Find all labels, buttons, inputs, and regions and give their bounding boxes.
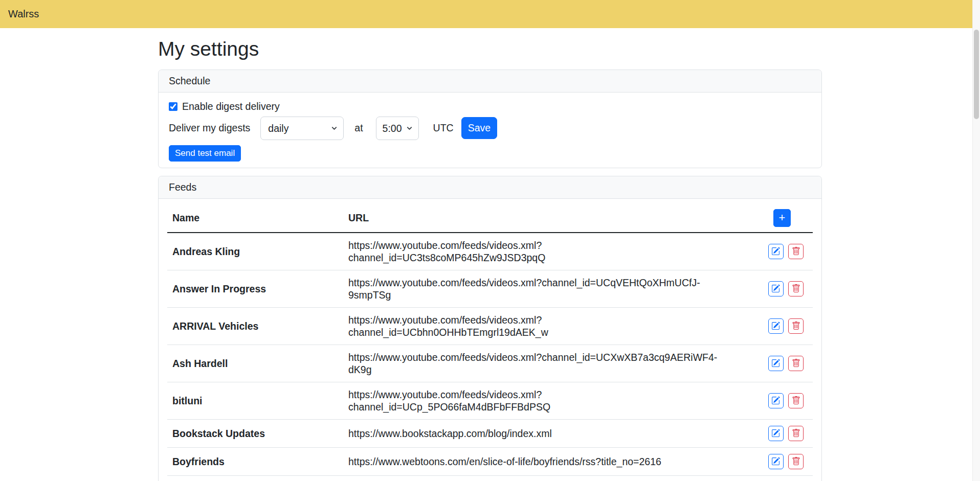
feed-url: https://www.webtoons.com/en/slice-of-lif… [343,447,732,475]
feed-name: bitluni [167,382,343,419]
save-button[interactable]: Save [461,117,497,139]
scrollbar-thumb[interactable] [974,30,979,119]
trash-icon [792,284,800,293]
feed-name: ARRIVAL Vehicles [167,307,343,345]
deliver-row: Deliver my digests daily at 5:00 UTC Sav… [169,117,811,140]
table-row: Ash Hardell https://www.youtube.com/feed… [167,345,813,382]
feed-actions [732,270,813,307]
trash-icon [792,429,800,438]
feed-actions [732,447,813,475]
table-row: Andreas Kling https://www.youtube.com/fe… [167,233,813,270]
pencil-icon [771,247,780,256]
column-header-url: URL [343,199,732,233]
table-row: BWDev https://www.youtube.com/feeds/vide… [167,475,813,481]
feeds-card: Feeds Name URL + Andreas Kling https://w… [158,176,822,481]
schedule-card-body: Enable digest delivery Deliver my digest… [159,93,821,168]
delete-feed-button[interactable] [788,281,804,296]
feed-name: Andreas Kling [167,233,343,270]
table-row: ARRIVAL Vehicles https://www.youtube.com… [167,307,813,345]
edit-feed-button[interactable] [768,393,784,408]
delete-feed-button[interactable] [788,426,804,441]
schedule-card-header: Schedule [159,70,821,93]
feed-url: https://www.youtube.com/feeds/videos.xml… [343,270,732,307]
pencil-icon [771,396,780,405]
feed-actions [732,345,813,382]
trash-icon [792,457,800,466]
trash-icon [792,322,800,330]
enable-digest-row: Enable digest delivery [169,101,811,112]
table-header-row: Name URL + [167,199,813,233]
edit-feed-button[interactable] [768,244,784,259]
scrollbar[interactable] [972,0,980,481]
edit-feed-button[interactable] [768,426,784,441]
edit-feed-button[interactable] [768,356,784,371]
feed-actions [732,233,813,270]
feed-name: Answer In Progress [167,270,343,307]
main-content: My settings Schedule Enable digest deliv… [158,28,822,481]
enable-digest-checkbox[interactable] [169,102,177,111]
feed-url: https://www.youtube.com/feeds/videos.xml… [343,475,732,481]
edit-feed-button[interactable] [768,281,784,296]
edit-feed-button[interactable] [768,318,784,334]
page-title: My settings [158,37,822,61]
feeds-card-header: Feeds [159,176,821,199]
column-header-name: Name [167,199,343,233]
deliver-label: Deliver my digests [169,122,250,134]
feed-url: https://www.youtube.com/feeds/videos.xml… [343,345,732,382]
feed-url: https://www.youtube.com/feeds/videos.xml… [343,382,732,419]
delete-feed-button[interactable] [788,244,804,259]
feed-actions [732,307,813,345]
pencil-icon [771,359,780,368]
add-feed-button[interactable]: + [773,209,791,227]
enable-digest-label[interactable]: Enable digest delivery [182,101,280,112]
navbar: Walrss [0,0,980,28]
feed-name: Boyfriends [167,447,343,475]
utc-label: UTC [433,122,454,134]
feed-url: https://www.youtube.com/feeds/videos.xml… [343,307,732,345]
feeds-table: Name URL + Andreas Kling https://www.you… [159,199,821,481]
schedule-card: Schedule Enable digest delivery Deliver … [158,70,822,168]
at-label: at [354,122,363,134]
pencil-icon [771,457,780,466]
feed-name: BWDev [167,475,343,481]
frequency-select[interactable]: daily [260,117,344,140]
feed-name: Bookstack Updates [167,419,343,447]
delete-feed-button[interactable] [788,393,804,408]
pencil-icon [771,322,780,330]
delete-feed-button[interactable] [788,318,804,334]
trash-icon [792,396,800,405]
time-select[interactable]: 5:00 [376,117,419,140]
edit-feed-button[interactable] [768,454,784,469]
feed-actions [732,419,813,447]
pencil-icon [771,429,780,438]
delete-feed-button[interactable] [788,356,804,371]
table-row: Boyfriends https://www.webtoons.com/en/s… [167,447,813,475]
trash-icon [792,247,800,256]
feed-name: Ash Hardell [167,345,343,382]
table-row: Answer In Progress https://www.youtube.c… [167,270,813,307]
table-row: bitluni https://www.youtube.com/feeds/vi… [167,382,813,419]
delete-feed-button[interactable] [788,454,804,469]
send-test-email-button[interactable]: Send test email [169,145,241,162]
table-row: Bookstack Updates https://www.bookstacka… [167,419,813,447]
feed-url: https://www.bookstackapp.com/blog/index.… [343,419,732,447]
pencil-icon [771,284,780,293]
brand[interactable]: Walrss [8,8,39,20]
feed-actions [732,475,813,481]
feed-url: https://www.youtube.com/feeds/videos.xml… [343,233,732,270]
trash-icon [792,359,800,368]
feed-actions [732,382,813,419]
